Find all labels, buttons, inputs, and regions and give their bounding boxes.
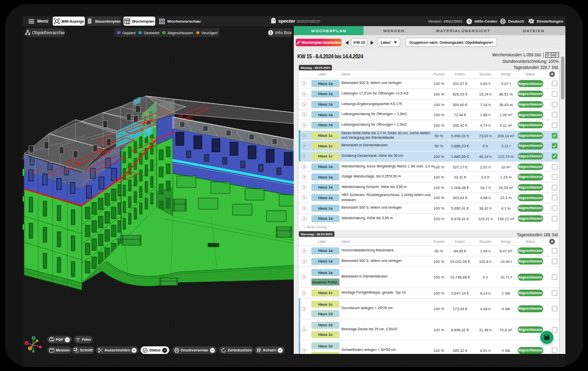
svg-text:?: ? xyxy=(468,19,471,24)
svg-text:Z: Z xyxy=(33,337,34,340)
